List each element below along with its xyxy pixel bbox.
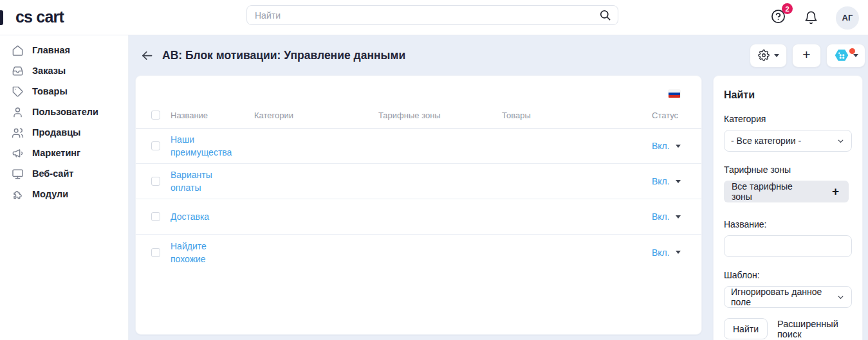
sidebar-item-vendors[interactable]: Продавцы bbox=[0, 122, 128, 143]
data-table-card: Название Категории Тарифные зоны Товары … bbox=[135, 75, 702, 335]
column-header-products[interactable]: Товары bbox=[502, 111, 652, 120]
table-row: Варианты оплаты Вкл. bbox=[136, 164, 701, 199]
app-logo[interactable]: cs cart bbox=[15, 8, 64, 26]
page-title: АВ: Блок мотивации: Управление данными bbox=[162, 49, 750, 62]
search-panel-actions: Найти Расширенный поиск bbox=[724, 318, 852, 339]
global-search-input[interactable] bbox=[247, 10, 599, 21]
sidebar-item-home[interactable]: Главная bbox=[0, 40, 128, 60]
rate-zones-value: Все тарифные зоны bbox=[724, 181, 822, 202]
content-row: Название Категории Тарифные зоны Товары … bbox=[129, 75, 868, 340]
add-rate-zone-button[interactable]: + bbox=[822, 181, 849, 202]
sidebar-item-users[interactable]: Пользователи bbox=[0, 102, 128, 122]
topbar: cs cart 2 АГ bbox=[0, 0, 868, 35]
sidebar-item-label: Заказы bbox=[32, 66, 66, 76]
sidebar-item-website[interactable]: Веб-сайт bbox=[0, 163, 128, 184]
name-input[interactable] bbox=[724, 235, 852, 257]
back-arrow-icon[interactable] bbox=[140, 49, 154, 62]
chevron-down-icon bbox=[676, 145, 681, 148]
sidebar-item-label: Маркетинг bbox=[32, 148, 80, 158]
page-header: АВ: Блок мотивации: Управление данными + bbox=[129, 35, 868, 75]
megaphone-icon bbox=[11, 147, 24, 159]
sidebar-item-label: Модули bbox=[32, 189, 68, 199]
table-header: Название Категории Тарифные зоны Товары … bbox=[136, 102, 701, 129]
sidebar-item-products[interactable]: Товары bbox=[0, 81, 128, 102]
notification-dot bbox=[849, 48, 855, 54]
home-icon bbox=[11, 44, 24, 57]
status-label: Вкл. bbox=[652, 211, 670, 222]
row-checkbox[interactable] bbox=[151, 248, 160, 257]
search-button[interactable]: Найти bbox=[724, 318, 768, 339]
sidebar-item-orders[interactable]: Заказы bbox=[0, 60, 128, 81]
gear-icon bbox=[758, 49, 770, 61]
monitor-icon bbox=[11, 168, 24, 180]
sidebar-item-marketing[interactable]: Маркетинг bbox=[0, 143, 128, 163]
item-name-link[interactable]: Найдите похожие bbox=[171, 240, 243, 265]
header-actions: + bbox=[750, 44, 865, 67]
chevron-down-icon bbox=[836, 293, 845, 301]
sidebar-item-label: Веб-сайт bbox=[32, 168, 73, 179]
topbar-actions: 2 АГ bbox=[770, 0, 859, 35]
column-header-categories[interactable]: Категории bbox=[254, 111, 378, 120]
select-all-checkbox[interactable] bbox=[151, 111, 160, 120]
chevron-down-icon bbox=[774, 54, 779, 57]
sidebar-item-label: Пользователи bbox=[32, 107, 98, 117]
sidebar-item-label: Товары bbox=[32, 86, 68, 96]
row-checkbox[interactable] bbox=[151, 141, 160, 150]
name-label: Название: bbox=[724, 219, 852, 229]
column-header-status[interactable]: Статус bbox=[652, 111, 678, 120]
chevron-down-icon bbox=[836, 137, 845, 145]
help-button[interactable]: 2 bbox=[770, 8, 786, 27]
table-row: Наши преимущества Вкл. bbox=[136, 129, 701, 164]
status-dropdown[interactable]: Вкл. bbox=[652, 141, 681, 151]
column-header-name[interactable]: Название bbox=[171, 111, 254, 120]
status-label: Вкл. bbox=[652, 247, 670, 258]
template-select[interactable]: Игнорировать данное поле bbox=[724, 286, 852, 308]
orders-icon bbox=[11, 65, 24, 77]
user-icon bbox=[11, 106, 24, 118]
rate-zones-control[interactable]: Все тарифные зоны + bbox=[724, 181, 849, 202]
bell-icon[interactable] bbox=[804, 10, 818, 25]
puzzle-icon bbox=[11, 188, 24, 201]
search-panel: Найти Категория - Все категории - Тарифн… bbox=[713, 75, 863, 340]
item-name-link[interactable]: Варианты оплаты bbox=[171, 168, 243, 194]
table-row: Найдите похожие Вкл. bbox=[136, 235, 701, 270]
status-dropdown[interactable]: Вкл. bbox=[652, 211, 681, 222]
status-dropdown[interactable]: Вкл. bbox=[652, 247, 681, 258]
main-area: АВ: Блок мотивации: Управление данными + bbox=[129, 35, 868, 340]
sidebar-item-label: Продавцы bbox=[32, 127, 80, 138]
category-select-value: - Все категории - bbox=[731, 136, 801, 146]
vendors-icon bbox=[11, 127, 24, 139]
chevron-down-icon bbox=[676, 251, 681, 254]
search-icon[interactable] bbox=[599, 9, 611, 21]
item-name-link[interactable]: Доставка bbox=[171, 210, 243, 223]
sidebar-item-label: Главная bbox=[32, 45, 70, 55]
settings-button[interactable] bbox=[750, 44, 787, 67]
logo-mark bbox=[0, 10, 3, 25]
language-selector bbox=[136, 76, 701, 98]
status-dropdown[interactable]: Вкл. bbox=[652, 176, 681, 186]
table-row: Доставка Вкл. bbox=[136, 199, 701, 235]
products-icon bbox=[11, 85, 24, 98]
sidebar: Главная Заказы Товары Пользователи Прода… bbox=[0, 35, 129, 340]
item-name-link[interactable]: Наши преимущества bbox=[171, 133, 243, 159]
row-checkbox[interactable] bbox=[151, 177, 160, 186]
global-search bbox=[246, 5, 618, 25]
addons-menu-button[interactable] bbox=[826, 44, 865, 67]
russian-flag-icon[interactable] bbox=[669, 90, 680, 98]
rate-zones-label: Тарифные зоны bbox=[724, 165, 852, 175]
sidebar-item-addons[interactable]: Модули bbox=[0, 184, 128, 204]
row-checkbox[interactable] bbox=[151, 212, 160, 221]
category-label: Категория bbox=[724, 114, 852, 124]
chevron-down-icon bbox=[676, 215, 681, 219]
column-header-rate-zones[interactable]: Тарифные зоны bbox=[378, 111, 502, 120]
notification-badge: 2 bbox=[782, 3, 793, 14]
status-label: Вкл. bbox=[652, 176, 670, 186]
avatar[interactable]: АГ bbox=[836, 6, 859, 30]
chevron-down-icon bbox=[853, 54, 858, 57]
template-label: Шаблон: bbox=[724, 270, 852, 280]
advanced-search-link[interactable]: Расширенный поиск bbox=[777, 319, 852, 339]
add-button[interactable]: + bbox=[792, 44, 821, 67]
category-select[interactable]: - Все категории - bbox=[724, 130, 852, 152]
plus-icon: + bbox=[802, 47, 810, 62]
addon-hexagon-icon bbox=[833, 47, 850, 64]
